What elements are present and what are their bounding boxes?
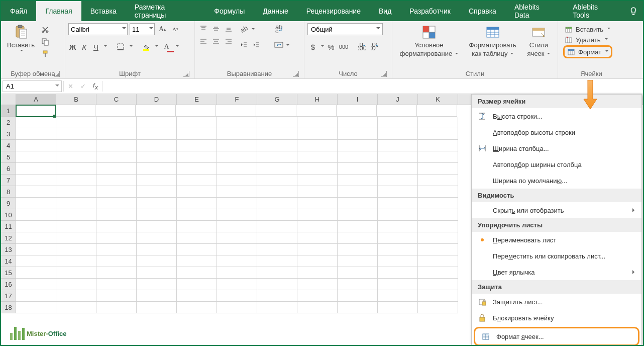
column-header[interactable]: D [137,94,177,105]
cell[interactable] [418,186,458,198]
row-header[interactable]: 12 [1,232,16,244]
menu-item-row-height[interactable]: Высота строки... [472,108,641,124]
cell[interactable] [338,267,378,279]
cell[interactable] [257,175,297,186]
cell[interactable] [297,140,338,151]
cell[interactable] [338,209,378,221]
cell[interactable] [257,232,297,244]
cell[interactable] [177,279,217,290]
cell[interactable] [418,244,458,255]
name-box[interactable]: A1 [3,80,62,92]
cell[interactable] [96,140,137,151]
row-header[interactable]: 7 [1,175,16,186]
row-header[interactable]: 11 [1,221,16,232]
cell[interactable] [257,302,297,313]
comma-style-button[interactable]: 000 [338,41,349,52]
underline-button[interactable]: Ч [91,41,100,52]
row-header[interactable]: 4 [1,140,16,151]
cell[interactable] [257,290,297,302]
cell[interactable] [16,128,56,140]
cell[interactable] [137,290,177,302]
row-header[interactable]: 8 [1,186,16,198]
dialog-launcher-icon[interactable] [381,71,387,77]
cell[interactable] [338,302,378,313]
cell[interactable] [377,105,417,117]
row-header[interactable]: 13 [1,244,16,255]
row-header[interactable]: 16 [1,279,16,290]
cell[interactable] [217,221,257,232]
cell[interactable] [418,279,458,290]
cell[interactable] [217,117,257,128]
cell[interactable] [297,290,338,302]
cell[interactable] [257,140,297,151]
column-header[interactable]: K [418,94,458,105]
cell[interactable] [338,198,378,209]
column-header[interactable]: C [96,94,137,105]
cell[interactable] [217,267,257,279]
cell[interactable] [137,232,177,244]
cell[interactable] [16,221,56,232]
menu-item-tab-color[interactable]: Цвет ярлычка [472,264,641,280]
column-header[interactable]: H [297,94,338,105]
insert-cells-button[interactable]: Вставить [563,24,612,34]
cell[interactable] [137,163,177,175]
cell[interactable] [96,232,137,244]
cell[interactable] [217,151,257,163]
cell[interactable] [56,302,96,313]
cell[interactable] [56,128,96,140]
cell[interactable] [96,186,137,198]
row-header[interactable]: 9 [1,198,16,209]
cell[interactable] [217,279,257,290]
cell[interactable] [338,128,378,140]
cell[interactable] [378,244,418,255]
cell[interactable] [137,302,177,313]
row-header[interactable]: 14 [1,255,16,267]
menu-item-protect-sheet[interactable]: Защитить лист... [472,294,641,310]
cell[interactable] [297,232,338,244]
cell[interactable] [297,175,338,186]
cell[interactable] [418,198,458,209]
cell[interactable] [418,267,458,279]
cell[interactable] [96,221,137,232]
tab-view[interactable]: Вид [370,1,400,21]
cell[interactable] [417,105,457,117]
borders-button[interactable] [115,41,126,52]
cell[interactable] [378,209,418,221]
align-middle-button[interactable] [210,23,222,34]
menu-item-autofit-column-width[interactable]: Автоподбор ширины столбца [472,156,641,172]
cell[interactable] [338,255,378,267]
cell[interactable] [137,221,177,232]
tab-help[interactable]: Справка [460,1,505,21]
cell[interactable] [297,209,338,221]
cell[interactable] [378,232,418,244]
cell[interactable] [378,186,418,198]
cell[interactable] [338,244,378,255]
merge-button[interactable] [272,39,285,50]
cell[interactable] [257,198,297,209]
cell[interactable] [16,232,56,244]
menu-item-move-copy-sheet[interactable]: Переместить или скопировать лист... [472,248,641,264]
cell[interactable] [297,186,338,198]
column-header[interactable]: B [56,94,96,105]
tab-home[interactable]: Главная [36,1,81,21]
cell[interactable] [217,175,257,186]
tab-file[interactable]: Файл [1,1,36,21]
cell[interactable] [177,302,217,313]
cell[interactable] [378,198,418,209]
cell[interactable] [16,175,56,186]
column-header[interactable]: I [338,94,378,105]
cell[interactable] [177,175,217,186]
enter-icon[interactable]: ✓ [80,82,86,90]
cell[interactable] [338,221,378,232]
format-painter-button[interactable] [40,48,51,59]
font-size-combo[interactable]: 11 [130,23,155,35]
decrease-font-button[interactable]: A▾ [170,24,181,35]
formula-input[interactable] [102,79,643,94]
cell[interactable] [56,290,96,302]
menu-item-rename-sheet[interactable]: Переименовать лист [472,232,641,248]
cell[interactable] [137,186,177,198]
cell[interactable] [217,255,257,267]
format-as-table-button[interactable]: Форматировать как таблицу [466,23,519,58]
cell[interactable] [338,117,378,128]
align-center-button[interactable] [210,36,222,47]
